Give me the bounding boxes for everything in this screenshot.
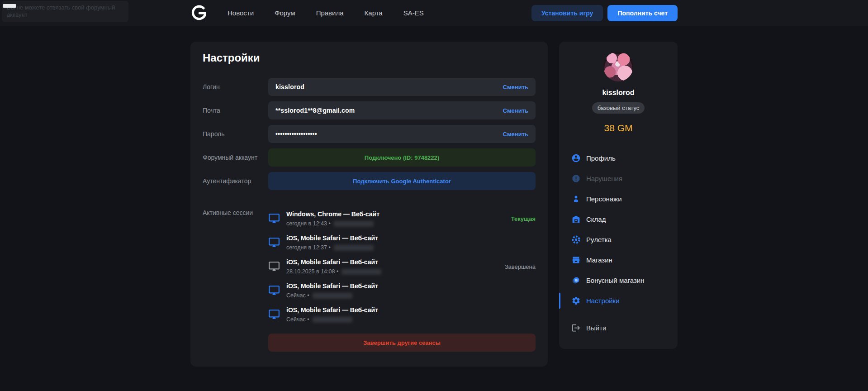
warehouse-icon [571,215,581,224]
email-label: Почта [203,107,268,114]
session-title: iOS, Mobile Safari — Веб-сайт [286,234,378,242]
monitor-icon [268,261,280,272]
sidebar-item-label: Рулетка [586,236,612,243]
connect-authenticator-button[interactable]: Подключить Google Authenticator [268,172,536,190]
monitor-icon [268,213,280,224]
forum-connected-status: Подключено (ID: 9748222) [365,154,439,161]
monitor-icon [268,285,280,296]
sidebar-item-roulette[interactable]: Рулетка [559,229,678,250]
balance-value: 38 GM [604,123,632,134]
sidebar-item-violations[interactable]: Нарушения [559,168,678,189]
install-game-button[interactable]: Установить игру [531,5,603,21]
nav-link-news[interactable]: Новости [228,9,254,17]
status-badge: базовый статус [592,102,645,114]
session-meta: 28.10.2025 в 14:08 • [286,268,338,275]
username: kisslorod [602,89,634,97]
top-nav-bar: Новости Форум Правила Карта SA-ES Устано… [0,0,868,26]
gear-icon [571,296,581,305]
nav-link-forum[interactable]: Форум [275,9,295,17]
redacted-ip [334,245,374,251]
authenticator-label: Аутентификатор [203,177,268,185]
violation-icon [571,174,581,183]
sidebar-item-logout[interactable]: Выйти [559,318,678,338]
sidebar-item-profile[interactable]: Профиль [559,148,678,168]
session-status-current: Текущая [511,215,536,222]
login-value: kisslorod [275,83,304,91]
session-title: iOS, Mobile Safari — Веб-сайт [286,282,378,290]
sidebar-item-label: Выйти [586,324,606,332]
profile-sidebar: kisslorod базовый статус 38 GM Профиль Н… [559,42,678,349]
sidebar-menu: Профиль Нарушения Персонажи Склад [559,148,678,338]
forum-unlink-tooltip: Вы не можете отвязать свой форумный акка… [2,1,128,22]
sidebar-item-label: Нарушения [586,175,622,182]
monitor-icon [268,237,280,248]
sidebar-item-label: Магазин [586,256,612,264]
settings-panel: Настройки Логин kisslorod Сменить Почта … [190,42,548,367]
session-title: Windows, Chrome — Веб-сайт [286,210,379,218]
session-row: iOS, Mobile Safari — Веб-сайт Сейчас • [268,305,536,324]
nav-link-sa-es[interactable]: SA-ES [403,9,424,17]
roulette-icon [571,235,581,244]
selection-artifact [3,4,16,8]
session-row: iOS, Mobile Safari — Веб-сайт 28.10.2025… [268,257,536,276]
forum-account-row: Форумный аккаунт Подключено (ID: 9748222… [203,148,536,167]
redacted-ip [313,293,352,299]
storefront-icon [571,255,581,265]
avatar [603,52,633,81]
password-field[interactable]: •••••••••••••••••• Сменить [268,125,536,143]
change-password-button[interactable]: Сменить [503,131,528,138]
logout-icon [571,323,581,333]
email-field[interactable]: **sslorod1**8@gmail.com Сменить [268,101,536,119]
sidebar-item-bonus-shop[interactable]: B Бонусный магазин [559,270,678,291]
session-row: Windows, Chrome — Веб-сайт сегодня в 12:… [268,209,536,228]
session-meta: сегодня в 12:43 • [286,220,331,227]
login-field[interactable]: kisslorod Сменить [268,78,536,96]
bonus-coin-icon: B [571,276,581,285]
connect-authenticator-label: Подключить Google Authenticator [353,178,451,185]
forum-connected-button[interactable]: Подключено (ID: 9748222) [268,148,536,167]
change-login-button[interactable]: Сменить [503,84,528,91]
nav-link-rules[interactable]: Правила [316,9,344,17]
sidebar-item-label: Профиль [586,154,616,162]
user-circle-icon [571,153,581,163]
svg-text:B: B [575,278,578,282]
sidebar-item-settings[interactable]: Настройки [559,291,678,311]
password-value: •••••••••••••••••• [275,130,317,138]
redacted-ip [342,269,381,275]
topup-balance-button[interactable]: Пополнить счет [607,5,678,21]
password-row: Пароль •••••••••••••••••• Сменить [203,125,536,143]
sidebar-item-label: Персонажи [586,195,622,203]
sidebar-item-label: Настройки [586,297,620,305]
sidebar-item-shop[interactable]: Магазин [559,250,678,270]
session-title: iOS, Mobile Safari — Веб-сайт [286,306,378,314]
page-title: Настройки [203,52,536,64]
sidebar-item-label: Бонусный магазин [586,277,644,284]
monitor-icon [268,309,280,320]
authenticator-row: Аутентификатор Подключить Google Authent… [203,172,536,190]
session-meta: Сейчас • [286,292,309,299]
redacted-ip [334,221,374,227]
main-nav: Новости Форум Правила Карта SA-ES [228,9,424,17]
sidebar-item-label: Склад [586,215,606,223]
login-row: Логин kisslorod Сменить [203,78,536,96]
terminate-sessions-button[interactable]: Завершить другие сеансы [268,334,536,352]
session-row: iOS, Mobile Safari — Веб-сайт сегодня в … [268,233,536,252]
session-meta: сегодня в 12:37 • [286,244,331,251]
site-logo-icon[interactable] [190,4,209,22]
nav-link-map[interactable]: Карта [365,9,383,17]
session-status-finished: Завершена [505,263,536,270]
sidebar-item-warehouse[interactable]: Склад [559,209,678,229]
sidebar-item-characters[interactable]: Персонажи [559,189,678,209]
redacted-ip [313,317,352,323]
email-value: **sslorod1**8@gmail.com [275,107,355,114]
person-icon [571,194,581,204]
active-sessions-section: Активные сессии Windows, Chrome — Веб-са… [203,209,536,352]
session-title: iOS, Mobile Safari — Веб-сайт [286,258,381,266]
active-sessions-label: Активные сессии [203,209,268,216]
login-label: Логин [203,83,268,91]
email-row: Почта **sslorod1**8@gmail.com Сменить [203,101,536,119]
session-meta: Сейчас • [286,316,309,323]
session-row: iOS, Mobile Safari — Веб-сайт Сейчас • [268,281,536,300]
change-email-button[interactable]: Сменить [503,107,528,114]
password-label: Пароль [203,130,268,138]
